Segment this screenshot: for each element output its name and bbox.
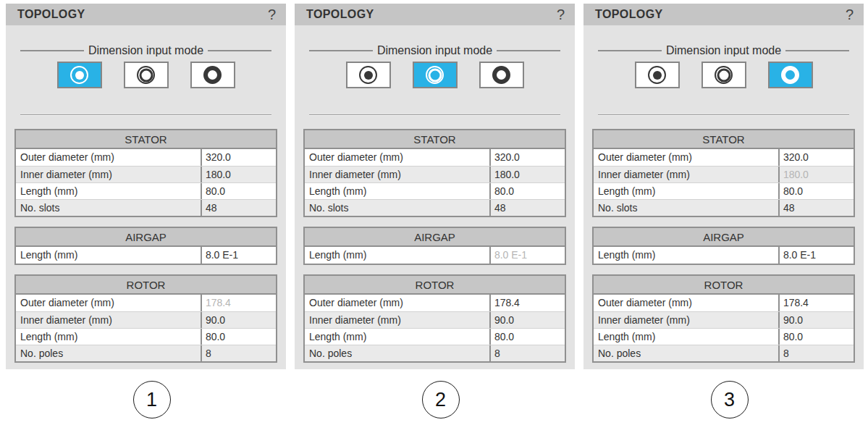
panel-header: TOPOLOGY ? (583, 4, 864, 25)
table-row: Inner diameter (mm) 90.0 (594, 311, 854, 328)
legend-line (309, 50, 373, 51)
row-value-computed: 8.0 E-1 (489, 247, 565, 264)
table-row: No. poles 8 (16, 345, 276, 361)
input-mode-1-button[interactable] (346, 62, 391, 88)
stator-table-title: STATOR (305, 130, 565, 149)
row-value[interactable]: 178.4 (489, 295, 565, 311)
badge-wrap: 3 (589, 381, 868, 418)
page: TOPOLOGY ? Dimension input mode (0, 0, 868, 418)
separator (309, 114, 560, 116)
separator (20, 114, 271, 116)
row-label: Inner diameter (mm) (305, 167, 489, 182)
step-badge-2: 2 (422, 381, 460, 418)
table-row: Outer diameter (mm) 178.4 (305, 295, 565, 311)
topology-panel-2: TOPOLOGY ? Dimension input mode (295, 4, 575, 369)
row-value[interactable]: 8 (201, 345, 276, 361)
airgap-table: AIRGAP Length (mm) 8.0 E-1 (14, 227, 277, 265)
row-label: Inner diameter (mm) (305, 312, 489, 328)
row-value[interactable]: 8 (489, 345, 565, 361)
row-label: Length (mm) (16, 329, 201, 345)
table-row: Inner diameter (mm) 180.0 (305, 166, 565, 182)
dimension-input-mode-label: Dimension input mode (666, 44, 781, 57)
row-label: No. poles (594, 345, 778, 361)
input-mode-2-button[interactable] (701, 62, 746, 88)
row-value[interactable]: 8.0 E-1 (201, 247, 276, 264)
row-value[interactable]: 80.0 (489, 183, 565, 199)
concentric-circles-icon (137, 66, 155, 84)
row-value[interactable]: 320.0 (778, 149, 854, 166)
row-label: No. poles (16, 345, 201, 361)
table-row: Inner diameter (mm) 180.0 (16, 166, 276, 182)
row-value[interactable]: 90.0 (489, 312, 565, 328)
row-value[interactable]: 80.0 (778, 183, 854, 199)
step-badge-1: 1 (133, 381, 171, 418)
topology-panel-1: TOPOLOGY ? Dimension input mode (6, 4, 286, 369)
row-value[interactable]: 48 (201, 200, 276, 216)
mode-buttons-row (6, 62, 286, 88)
table-row: No. slots 48 (594, 199, 854, 216)
airgap-table-title: AIRGAP (16, 228, 276, 247)
rotor-table: ROTOR Outer diameter (mm) 178.4 Inner di… (592, 274, 855, 363)
row-value-computed: 178.4 (201, 295, 276, 311)
thick-ring-icon (203, 66, 222, 84)
table-row: Outer diameter (mm) 320.0 (594, 149, 854, 166)
input-mode-3-button[interactable] (190, 62, 235, 88)
row-value[interactable]: 80.0 (201, 329, 276, 345)
row-value[interactable]: 178.4 (778, 295, 854, 311)
row-value[interactable]: 90.0 (201, 312, 276, 328)
row-label: Outer diameter (mm) (16, 149, 201, 166)
table-row: Length (mm) 8.0 E-1 (16, 247, 276, 264)
table-row: Outer diameter (mm) 178.4 (594, 295, 854, 311)
topology-panels-row: TOPOLOGY ? Dimension input mode (6, 4, 864, 369)
stator-table: STATOR Outer diameter (mm) 320.0 Inner d… (592, 129, 855, 217)
row-label: Length (mm) (305, 183, 489, 199)
row-value-computed: 180.0 (778, 167, 854, 182)
table-row: Length (mm) 8.0 E-1 (594, 247, 854, 264)
row-value[interactable]: 180.0 (201, 167, 276, 182)
row-value[interactable]: 80.0 (489, 329, 565, 345)
legend-line (20, 50, 84, 51)
row-value[interactable]: 8 (778, 345, 854, 361)
mode-buttons-row (295, 62, 575, 88)
badge-wrap: 2 (300, 381, 581, 418)
row-label: Length (mm) (594, 183, 778, 199)
table-row: Length (mm) 80.0 (594, 182, 854, 199)
row-value[interactable]: 80.0 (778, 329, 854, 345)
dimension-input-mode-group: Dimension input mode (20, 44, 271, 57)
input-mode-2-button[interactable] (124, 62, 169, 88)
row-value[interactable]: 48 (778, 200, 854, 216)
rotor-table-title: ROTOR (16, 276, 276, 295)
row-value[interactable]: 90.0 (778, 312, 854, 328)
row-value[interactable]: 8.0 E-1 (778, 247, 854, 264)
row-value[interactable]: 320.0 (489, 149, 565, 166)
row-label: Outer diameter (mm) (305, 149, 489, 166)
input-mode-1-button[interactable] (635, 62, 680, 88)
input-mode-2-button[interactable] (413, 62, 458, 88)
help-icon[interactable]: ? (557, 7, 565, 22)
table-row: No. poles 8 (594, 345, 854, 361)
input-mode-3-button[interactable] (479, 62, 524, 88)
table-row: No. slots 48 (16, 199, 276, 216)
circle-with-filled-center-icon (648, 66, 666, 84)
row-label: Length (mm) (16, 183, 201, 199)
table-row: Outer diameter (mm) 178.4 (16, 295, 276, 311)
row-label: Inner diameter (mm) (16, 167, 201, 182)
stator-table: STATOR Outer diameter (mm) 320.0 Inner d… (14, 129, 277, 217)
help-icon[interactable]: ? (268, 7, 276, 22)
row-value[interactable]: 320.0 (201, 149, 276, 166)
row-value[interactable]: 180.0 (489, 167, 565, 182)
row-label: No. poles (305, 345, 489, 361)
row-value[interactable]: 80.0 (201, 183, 276, 199)
table-row: Inner diameter (mm) 90.0 (16, 311, 276, 328)
row-label: Inner diameter (mm) (594, 312, 778, 328)
input-mode-1-button[interactable] (57, 62, 102, 88)
rotor-table-title: ROTOR (594, 276, 854, 295)
table-row: Outer diameter (mm) 320.0 (16, 149, 276, 166)
help-icon[interactable]: ? (846, 7, 854, 22)
row-label: Outer diameter (mm) (594, 295, 778, 311)
legend-line (598, 50, 662, 51)
row-label: Length (mm) (16, 247, 201, 264)
input-mode-3-button[interactable] (768, 62, 813, 88)
row-value[interactable]: 48 (489, 200, 565, 216)
mode-buttons-row (583, 62, 864, 88)
